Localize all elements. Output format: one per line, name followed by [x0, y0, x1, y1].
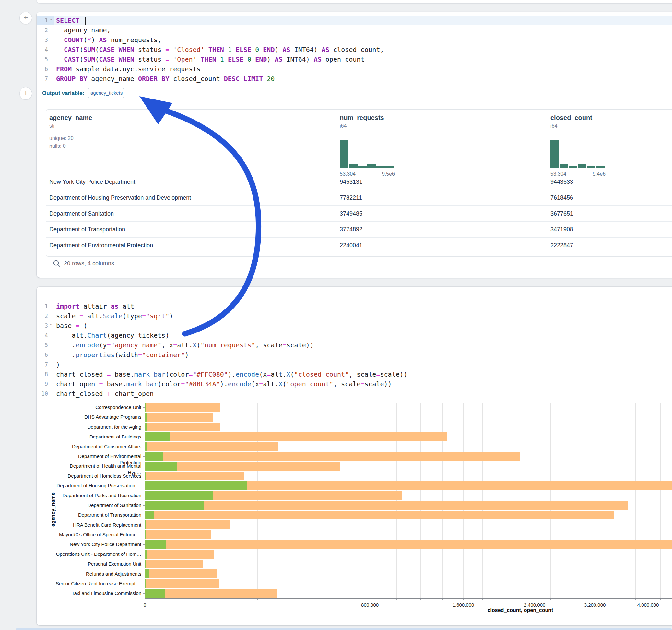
code-token: ): [185, 351, 189, 359]
code-token: THEN: [201, 55, 216, 63]
code-line[interactable]: SELECT: [56, 16, 86, 25]
column-header-agency_name[interactable]: agency_name: [49, 114, 92, 122]
code-line[interactable]: base = (: [56, 321, 87, 331]
cell-num-requests: 2240041: [340, 240, 362, 250]
code-token: [205, 46, 209, 53]
column-header-num_requests[interactable]: num_requests: [340, 114, 384, 122]
y-axis-tick: [143, 574, 145, 574]
y-category-label: Mayorâ€ s Office of Special Enforce…: [55, 532, 141, 538]
code-line[interactable]: ): [56, 360, 60, 369]
line-number: 1: [35, 16, 48, 25]
line-number: 8: [35, 369, 48, 379]
code-line[interactable]: FROM sample_data.nyc.service_requests: [56, 64, 201, 74]
bar-open-count: [145, 560, 146, 568]
code-token: agency_name,: [56, 26, 111, 34]
bar-open-count: [145, 530, 146, 539]
code-token: [224, 55, 228, 63]
y-category-label: Department of Consumer Affairs: [55, 443, 141, 450]
line-number: 7: [35, 74, 48, 83]
column-header-closed_count[interactable]: closed_count: [550, 114, 592, 122]
chart-gridline: [442, 403, 443, 598]
cell-agency-name: Department of Sanitation: [49, 209, 114, 218]
code-token: =: [360, 380, 364, 388]
code-token: 1: [220, 55, 224, 63]
code-token: SUM: [83, 46, 95, 53]
code-token: "#FFC080": [193, 370, 227, 378]
line-fold-chevron-icon[interactable]: ⌄: [49, 16, 53, 21]
cell-num-requests: 9453131: [340, 177, 362, 187]
bar-closed-count: [145, 422, 220, 431]
y-category-label: Operations Unit - Department of Hom…: [55, 551, 141, 557]
x-axis-tick: [145, 598, 145, 600]
y-axis-tick: [143, 476, 145, 477]
bar-closed-count: [145, 550, 214, 559]
code-line[interactable]: .encode(y="agency_name", x=alt.X("num_re…: [56, 340, 314, 350]
output-variable-chip[interactable]: agency_tickets: [88, 88, 124, 98]
code-token: encode: [75, 341, 99, 349]
code-token: CASE: [99, 46, 115, 53]
chart-gridline: [566, 403, 566, 598]
y-axis-tick: [143, 525, 145, 525]
table-row-divider: [46, 253, 672, 253]
code-line[interactable]: .properties(width="container"): [56, 350, 189, 360]
histogram-bar: [376, 166, 385, 168]
line-fold-chevron-icon[interactable]: ⌄: [49, 321, 53, 326]
code-token: , x: [162, 341, 173, 349]
bar-open-count: [145, 511, 154, 519]
code-token: closed_count,: [329, 46, 384, 53]
y-category-label: Department of Environmental Protection: [55, 453, 141, 460]
code-token: [115, 55, 119, 63]
add-cell-button-top[interactable]: +: [20, 12, 32, 24]
code-token: COUNT: [64, 36, 83, 44]
code-token: base: [56, 322, 75, 330]
notebook-canvas: + + Output variable: agency_tickets 20 r…: [0, 0, 672, 630]
code-line[interactable]: import altair as alt: [56, 301, 134, 311]
y-axis-tick: [143, 466, 145, 466]
bar-closed-count: [145, 560, 203, 568]
y-axis-tick: [143, 593, 145, 594]
code-line[interactable]: scale = alt.Scale(type="sqrt"): [56, 311, 173, 321]
y-category-label: Department of Transportation: [55, 512, 141, 518]
bar-open-count: [145, 403, 146, 412]
code-line[interactable]: GROUP BY agency_name ORDER BY closed_cou…: [56, 74, 274, 83]
code-token: chart_open: [111, 390, 154, 398]
code-token: status: [134, 55, 165, 63]
cell-closed-count: 3471908: [550, 224, 573, 234]
search-icon[interactable]: [53, 260, 61, 268]
code-token: open_count: [321, 55, 364, 63]
code-line[interactable]: agency_name,: [56, 25, 111, 35]
code-token: mark_bar: [134, 370, 165, 378]
code-token: [115, 46, 119, 53]
code-token: (width: [115, 351, 138, 359]
code-token: ).: [228, 370, 236, 378]
code-token: WHEN: [119, 46, 134, 53]
x-tick-label: 2,400,000: [515, 602, 554, 608]
code-token: , scale: [349, 370, 376, 378]
bar-open-count: [145, 432, 170, 441]
cell-agency-name: Department of Environmental Protection: [49, 240, 153, 250]
line-number: 2: [35, 311, 48, 321]
bar-closed-count: [145, 589, 278, 598]
code-line[interactable]: alt.Chart(agency_tickets): [56, 331, 169, 340]
code-line[interactable]: COUNT(*) AS num_requests,: [56, 35, 162, 45]
table-row-divider: [46, 237, 672, 238]
code-token: ): [274, 46, 282, 53]
table-row-count: 20 rows, 4 columns: [64, 260, 114, 267]
code-token: AS: [274, 55, 282, 63]
code-line[interactable]: CAST(SUM(CASE WHEN status = 'Open' THEN …: [56, 54, 364, 64]
code-token: X: [279, 380, 282, 388]
next-cell-edge[interactable]: [16, 628, 672, 630]
column-type: i64: [340, 123, 346, 129]
line-number: 2: [35, 25, 48, 35]
add-cell-button-output[interactable]: +: [20, 87, 32, 100]
code-line[interactable]: chart_open = base.mark_bar(color="#8BC34…: [56, 379, 392, 389]
table-row-divider: [46, 205, 672, 206]
code-token: [169, 46, 173, 53]
column-stat: unique: 20: [49, 136, 74, 141]
line-number: 1: [35, 301, 48, 311]
code-line[interactable]: CAST(SUM(CASE WHEN status = 'Closed' THE…: [56, 45, 384, 54]
code-line[interactable]: chart_closed = base.mark_bar(color="#FFC…: [56, 369, 407, 379]
code-line[interactable]: chart_closed + chart_open: [56, 389, 154, 398]
code-token: , scale: [255, 341, 282, 349]
code-token: 'Closed': [173, 46, 204, 53]
